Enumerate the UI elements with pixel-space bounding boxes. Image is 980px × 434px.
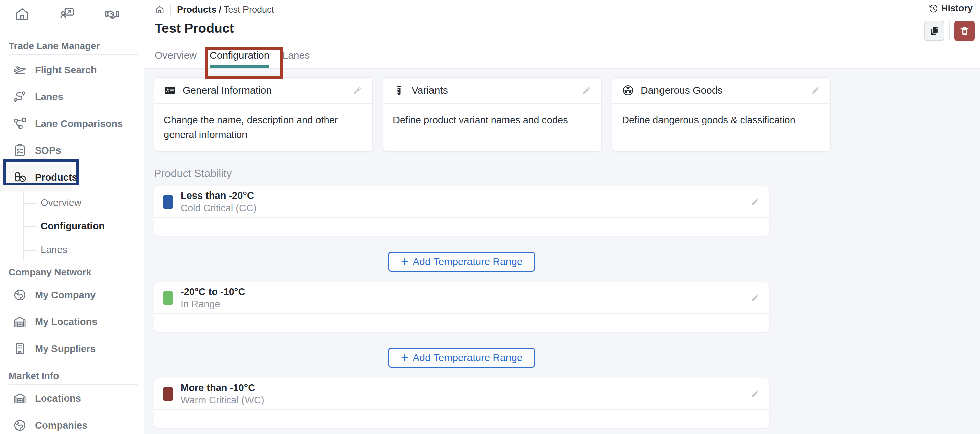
general-information-card: General Information Change the name, des… [154,77,372,152]
sidebar-item-label: My Locations [35,317,97,328]
dangerous-goods-card: Dangerous Goods Define dangerous goods &… [612,77,831,152]
range-body [154,218,769,236]
breadcrumb-parent[interactable]: Products / [177,5,221,15]
sidebar-top-icons [0,0,143,22]
breadcrumb-current: Test Product [221,5,274,15]
card-description: Change the name, description and other g… [154,104,372,151]
edit-pencil-icon[interactable] [749,196,760,207]
home-icon[interactable] [14,6,30,22]
breadcrumb-home-icon[interactable] [155,5,165,15]
sidebar-item-companies[interactable]: Companies [0,412,143,434]
sidebar-subitem-label: Lanes [41,244,67,255]
edit-pencil-icon[interactable] [810,85,821,96]
page-header: Products / Test Product History Test Pro… [144,0,980,68]
sidebar-item-my-company[interactable]: My Company [0,282,143,308]
temperature-range-card: More than -10°C Warm Critical (WC) [154,378,770,428]
add-temperature-range-button[interactable]: + Add Temperature Range [388,252,535,272]
product-stability-heading: Product Stability [154,167,980,180]
breadcrumb-path[interactable]: Products / Test Product [177,5,274,15]
temperature-range-card: -20°C to -10°C In Range [154,282,770,332]
range-color-swatch [163,387,173,401]
app-root: { "app": { "history_label": "History" },… [0,0,980,434]
range-header: More than -10°C Warm Critical (WC) [154,378,769,410]
add-button-label: Add Temperature Range [413,256,522,268]
sidebar: Trade Lane Manager Flight Search Lanes [0,0,144,434]
page-actions [924,21,975,41]
history-label: History [941,3,973,14]
tab-configuration[interactable]: Configuration [210,49,269,68]
add-range-row: + Add Temperature Range [154,252,770,272]
range-body [154,410,769,428]
page-title: Test Product [155,21,980,36]
sidebar-item-lanes[interactable]: Lanes [0,83,143,110]
add-temperature-range-button[interactable]: + Add Temperature Range [388,348,535,368]
globe-icon [13,288,27,302]
variants-card: Variants Define product variant names an… [383,77,601,152]
edit-pencil-icon[interactable] [749,389,760,399]
range-header: Less than -20°C Cold Critical (CC) [154,186,769,218]
comparison-icon [13,117,27,131]
warehouse-icon [13,391,27,405]
sidebar-item-label: Locations [35,393,81,404]
temperature-range-card: Less than -20°C Cold Critical (CC) [154,186,770,236]
sidebar-item-flight-search[interactable]: Flight Search [0,56,143,83]
divider [9,54,138,55]
id-card-icon [164,84,176,97]
range-body [154,314,769,332]
card-description: Define dangerous goods & classification [612,104,830,136]
sidebar-nav: Flight Search Lanes Lane Comparisons [0,56,143,261]
sidebar-subitem-label: Overview [41,197,81,208]
range-color-swatch [163,195,173,209]
sidebar-item-my-suppliers[interactable]: My Suppliers [0,335,143,362]
sidebar-section-title: Trade Lane Manager [9,40,143,52]
warehouse-icon [13,315,27,329]
edit-pencil-icon[interactable] [749,293,760,303]
copy-icon [929,25,940,36]
sidebar-subitem-lanes[interactable]: Lanes [24,238,143,261]
sidebar-item-label: SOPs [35,145,61,156]
sidebar-item-my-locations[interactable]: My Locations [0,308,143,335]
add-button-label: Add Temperature Range [413,352,522,363]
globe-icon [13,418,27,432]
customer-share-icon[interactable] [59,6,75,22]
handshake-icon[interactable] [104,6,120,22]
tab-content: General Information Change the name, des… [144,68,980,434]
sidebar-subitem-overview[interactable]: Overview [24,191,143,214]
breadcrumb: Products / Test Product [155,0,980,16]
pills-icon [13,170,27,184]
card-title: Variants [412,85,448,96]
radioactive-icon [622,84,634,97]
tab-lanes[interactable]: Lanes [282,49,310,68]
duplicate-button[interactable] [924,21,944,41]
card-description: Define product variant names and codes [383,104,601,136]
tab-overview[interactable]: Overview [155,49,197,68]
sidebar-item-sops[interactable]: SOPs [0,137,143,164]
add-range-row: + Add Temperature Range [154,348,770,368]
vial-icon [393,84,405,97]
history-icon [928,4,938,14]
building-icon [13,342,27,356]
card-title: General Information [183,85,272,96]
card-header: Dangerous Goods [612,78,830,104]
range-title: Less than -20°C [181,190,256,202]
sidebar-item-label: Companies [35,420,88,431]
edit-pencil-icon[interactable] [581,85,592,96]
sidebar-item-products[interactable]: Products [0,164,72,191]
product-stability-section: Less than -20°C Cold Critical (CC) + [154,186,770,428]
range-title: More than -10°C [181,382,264,394]
range-color-swatch [163,291,173,305]
sidebar-item-locations[interactable]: Locations [0,385,143,412]
sidebar-item-label: Products [35,172,77,183]
range-subtitle: Warm Critical (WC) [181,394,264,407]
sidebar-subitem-label: Configuration [41,221,105,232]
sidebar-item-lane-comparisons[interactable]: Lane Comparisons [0,110,143,137]
sidebar-item-label: My Suppliers [35,343,96,355]
products-sub-nav: Overview Configuration Lanes [23,191,143,261]
sidebar-subitem-configuration[interactable]: Configuration [24,214,143,238]
range-header: -20°C to -10°C In Range [154,282,769,314]
range-title: -20°C to -10°C [181,285,245,298]
delete-button[interactable] [955,21,975,41]
edit-pencil-icon[interactable] [352,85,363,96]
history-button[interactable]: History [928,3,973,14]
tab-bar: Overview Configuration Lanes [155,49,980,68]
